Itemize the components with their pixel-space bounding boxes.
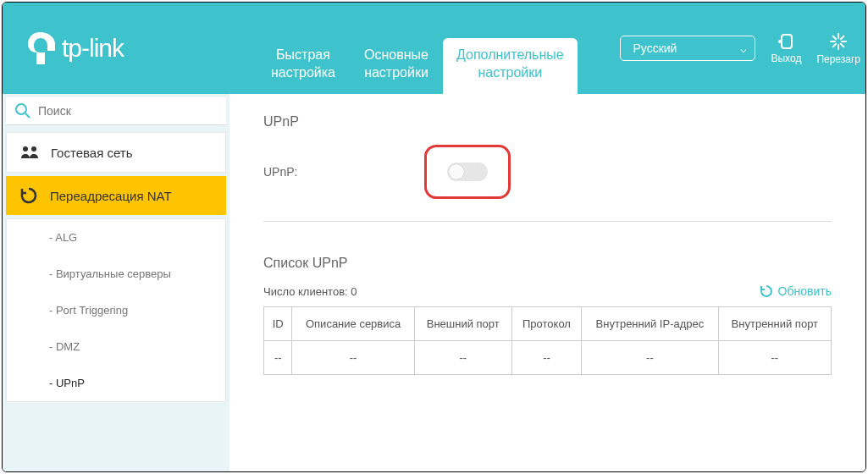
section-title-upnp: UPnP bbox=[263, 114, 832, 130]
sidebar-item-guest-network[interactable]: Гостевая сеть bbox=[6, 132, 226, 173]
sidebar-sub-port-triggering[interactable]: - Port Triggering bbox=[7, 292, 225, 328]
refresh-label: Обновить bbox=[778, 284, 832, 298]
sidebar-sub-upnp[interactable]: - UPnP bbox=[7, 365, 225, 401]
logout-icon bbox=[777, 33, 795, 50]
users-icon bbox=[20, 145, 39, 160]
svg-line-3 bbox=[841, 36, 844, 39]
tab-basic-settings[interactable]: Основные настройки bbox=[350, 38, 443, 94]
nav-tabs: Быстрая настройка Основные настройки Доп… bbox=[257, 3, 578, 94]
logo-area: tp-link bbox=[3, 3, 231, 94]
sidebar-item-nat-forwarding[interactable]: Переадресация NAT bbox=[6, 176, 226, 215]
sidebar-item-label: Переадресация NAT bbox=[50, 189, 172, 203]
th-internal-port: Внутренний порт bbox=[718, 307, 831, 341]
reload-icon bbox=[829, 32, 848, 51]
upnp-table: ID Описание сервиса Внешний порт Протоко… bbox=[263, 306, 832, 375]
svg-line-5 bbox=[841, 43, 844, 47]
nat-icon bbox=[19, 188, 38, 203]
chevron-down-icon: ⌵ bbox=[740, 42, 747, 55]
sidebar-item-label: Гостевая сеть bbox=[51, 146, 132, 160]
tab-quick-setup[interactable]: Быстрая настройка bbox=[257, 38, 350, 94]
reload-button[interactable]: Перезагр bbox=[816, 32, 860, 65]
refresh-button[interactable]: Обновить bbox=[760, 284, 832, 298]
upnp-toggle-highlight bbox=[424, 145, 511, 199]
clients-count: Число клиентов: 0 bbox=[263, 285, 357, 298]
logo: tp-link bbox=[26, 30, 124, 66]
refresh-icon bbox=[760, 284, 773, 298]
reload-label: Перезагр bbox=[816, 53, 860, 65]
th-external-port: Внешний порт bbox=[414, 307, 511, 341]
main-content: UPnP UPnP: Список UPnP Число клиентов: 0… bbox=[229, 94, 865, 471]
svg-line-9 bbox=[833, 36, 837, 39]
search-row bbox=[6, 97, 226, 125]
search-input[interactable] bbox=[38, 104, 218, 118]
header: tp-link Быстрая настройка Основные настр… bbox=[3, 3, 865, 94]
sidebar-sub-virtual-servers[interactable]: - Виртуальные серверы bbox=[7, 256, 225, 292]
th-protocol: Протокол bbox=[511, 307, 582, 341]
upnp-toggle[interactable] bbox=[447, 163, 488, 181]
th-internal-ip: Внутренний IP-адрес bbox=[582, 307, 718, 341]
tab-advanced-settings[interactable]: Дополнительные настройки bbox=[443, 38, 578, 94]
table-row: -- -- -- -- -- -- bbox=[264, 341, 832, 375]
sidebar: Гостевая сеть Переадресация NAT - ALG - … bbox=[3, 94, 229, 471]
svg-line-7 bbox=[833, 43, 837, 47]
header-right: Русский ⌵ Выход Перезагр bbox=[620, 3, 865, 94]
svg-rect-0 bbox=[782, 35, 792, 48]
svg-point-1 bbox=[778, 40, 782, 43]
svg-point-12 bbox=[23, 146, 28, 152]
logout-label: Выход bbox=[771, 52, 801, 64]
svg-point-13 bbox=[31, 146, 36, 152]
brand-text: tp-link bbox=[62, 34, 124, 63]
tplink-logo-icon bbox=[26, 30, 57, 66]
sidebar-sub-alg[interactable]: - ALG bbox=[7, 219, 225, 256]
svg-point-10 bbox=[16, 104, 26, 114]
search-icon bbox=[14, 102, 31, 119]
th-service-desc: Описание сервиса bbox=[292, 307, 414, 341]
language-label: Русский bbox=[620, 36, 755, 61]
section-title-upnp-list: Список UPnP bbox=[263, 256, 832, 271]
th-id: ID bbox=[264, 307, 292, 341]
sidebar-submenu: - ALG - Виртуальные серверы - Port Trigg… bbox=[6, 218, 226, 402]
toggle-knob bbox=[449, 164, 464, 179]
upnp-label: UPnP: bbox=[263, 165, 297, 179]
language-select[interactable]: Русский ⌵ bbox=[620, 36, 755, 61]
svg-line-11 bbox=[25, 113, 30, 118]
sidebar-sub-dmz[interactable]: - DMZ bbox=[7, 328, 225, 365]
logout-button[interactable]: Выход bbox=[771, 33, 801, 64]
